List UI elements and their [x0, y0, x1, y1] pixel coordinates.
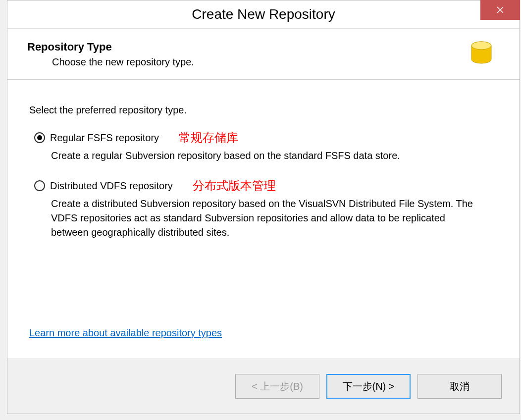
repository-icon [468, 40, 495, 68]
window-title: Create New Repository [192, 6, 335, 22]
option-vdfs-desc: Create a distributed Subversion reposito… [34, 197, 480, 240]
learn-more-link[interactable]: Learn more about available repository ty… [29, 327, 222, 339]
dialog-window: Create New Repository Repository Type Ch… [7, 0, 520, 414]
option-vdfs-annotation: 分布式版本管理 [193, 178, 276, 194]
option-vdfs-label[interactable]: Distributed VDFS repository [50, 180, 173, 192]
option-vdfs-row: Distributed VDFS repository 分布式版本管理 [34, 178, 498, 194]
wizard-header: Repository Type Choose the new repositor… [7, 28, 520, 80]
back-button: < 上一步(B) [235, 374, 319, 399]
option-fsfs-annotation: 常规存储库 [179, 130, 238, 146]
close-icon [497, 6, 504, 13]
radio-fsfs[interactable] [34, 132, 45, 143]
titlebar: Create New Repository [7, 0, 520, 28]
svg-point-3 [471, 42, 491, 50]
next-button[interactable]: 下一步(N) > [326, 374, 411, 399]
select-prompt: Select the preferred repository type. [29, 105, 498, 116]
close-button[interactable] [480, 0, 520, 20]
option-fsfs-label[interactable]: Regular FSFS repository [50, 132, 159, 144]
header-title: Repository Type [27, 41, 194, 53]
cancel-button[interactable]: 取消 [417, 374, 502, 399]
header-subtitle: Choose the new repository type. [27, 56, 194, 68]
option-vdfs: Distributed VDFS repository 分布式版本管理 Crea… [29, 178, 498, 240]
option-fsfs-desc: Create a regular Subversion repository b… [34, 149, 480, 163]
header-text-block: Repository Type Choose the new repositor… [27, 41, 194, 68]
wizard-body: Select the preferred repository type. Re… [7, 80, 520, 359]
wizard-footer: < 上一步(B) 下一步(N) > 取消 [7, 359, 520, 414]
option-fsfs: Regular FSFS repository 常规存储库 Create a r… [29, 130, 498, 163]
radio-vdfs[interactable] [34, 180, 45, 191]
option-fsfs-row: Regular FSFS repository 常规存储库 [34, 130, 498, 146]
